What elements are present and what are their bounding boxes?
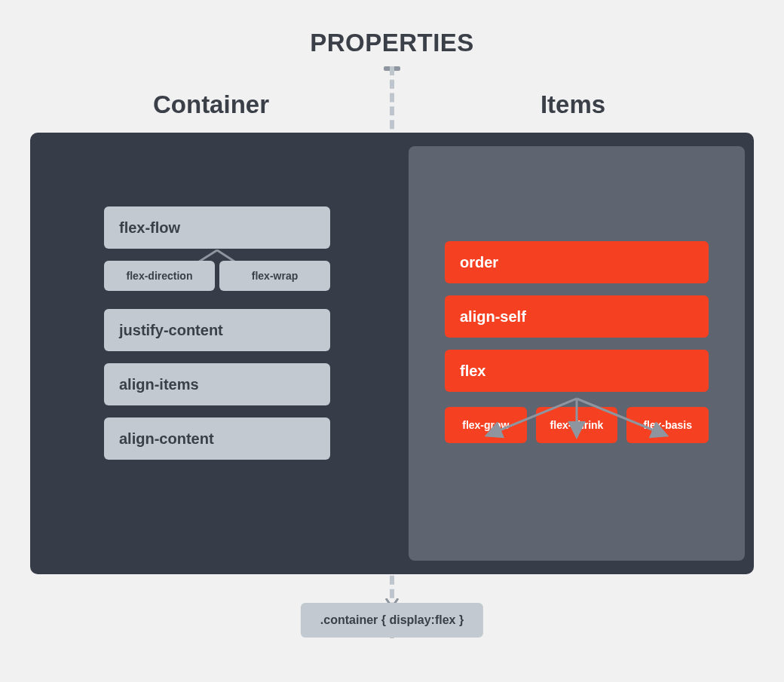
- prop-flex: flex: [445, 350, 709, 392]
- caption-code: .container { display:flex }: [301, 603, 483, 638]
- heading-container: Container: [30, 90, 392, 119]
- prop-flex-basis: flex-basis: [626, 407, 709, 443]
- prop-align-self: align-self: [445, 295, 709, 338]
- prop-align-content: align-content: [104, 417, 330, 460]
- items-inner-panel: order align-self flex flex-grow flex-shr…: [409, 146, 745, 561]
- prop-order: order: [445, 241, 709, 283]
- container-column: flex-flow flex-direction flex-wrap justi…: [30, 133, 392, 574]
- items-column: order align-self flex flex-grow flex-shr…: [392, 133, 754, 574]
- main-panel: flex-flow flex-direction flex-wrap justi…: [30, 133, 754, 574]
- prop-align-items: align-items: [104, 363, 330, 405]
- prop-flex-flow: flex-flow: [104, 206, 330, 249]
- heading-items: Items: [392, 90, 754, 119]
- prop-flex-grow: flex-grow: [445, 407, 527, 443]
- prop-flex-shrink: flex-shrink: [536, 407, 618, 443]
- page-title: PROPERTIES: [0, 29, 784, 57]
- prop-flex-direction: flex-direction: [104, 261, 215, 291]
- prop-justify-content: justify-content: [104, 309, 330, 351]
- prop-flex-wrap: flex-wrap: [219, 261, 330, 291]
